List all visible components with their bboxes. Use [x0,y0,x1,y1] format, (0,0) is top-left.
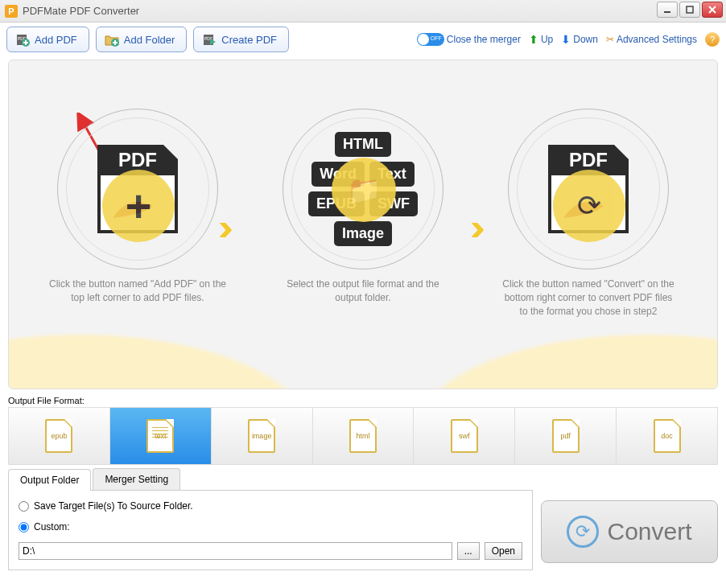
radio-save-to-source[interactable] [19,501,29,512]
format-doc[interactable]: doc [617,408,717,464]
file-icon: pdf [552,419,580,453]
path-input[interactable] [19,542,452,560]
step-1: + Click the button named "Add PDF" on th… [41,109,234,305]
close-merger-label: Close the merger [447,34,521,45]
add-pdf-label: Add PDF [35,34,77,46]
format-html[interactable]: html [313,408,415,464]
create-pdf-label: Create PDF [221,34,277,46]
browse-button[interactable]: ... [457,542,480,560]
file-icon: doc [654,419,681,453]
step-2: HTML Word Text EPUB SWF Image 📁 Select t… [266,109,460,305]
gear-icon: ✂ [606,34,614,45]
format-swf[interactable]: swf [414,408,515,464]
toolbar: PDF Add PDF Add Folder PDF Create PDF Cl… [0,23,726,56]
toggle-off-icon [417,33,444,46]
up-label: Up [541,34,553,45]
convert-button[interactable]: ⟳ Convert [541,500,718,563]
add-pdf-icon: PDF [15,32,30,47]
file-icon: epub [45,419,72,453]
tab-output-folder[interactable]: Output Folder [8,469,91,491]
convert-icon: ⟳ [567,516,599,548]
create-pdf-button[interactable]: PDF Create PDF [193,27,289,52]
fmt-html: HTML [335,132,391,157]
step-1-text: Click the button named "Add PDF" on the … [41,278,234,305]
step-arrow-icon: ›› [218,205,224,249]
titlebar: P PDFMate PDF Converter [0,0,726,23]
close-merger-toggle[interactable]: Close the merger [417,33,521,46]
step-2-text: Select the output file format and the ou… [266,278,460,305]
file-icon: swf [451,419,478,453]
open-button[interactable]: Open [485,542,522,560]
custom-label: Custom: [34,521,70,532]
output-folder-panel: Save Target File(s) To Source Folder. Cu… [8,490,533,570]
format-strip: epubtextimagehtmlswfpdfdoc [8,407,718,465]
folder-disc-icon: 📁 [332,158,396,222]
minimize-button[interactable] [657,2,678,18]
add-pdf-button[interactable]: PDF Add PDF [6,27,89,52]
add-folder-button[interactable]: Add Folder [96,27,188,52]
add-disc-icon: + [102,170,175,242]
refresh-disc-icon: ⟳ [553,170,625,242]
down-label: Down [573,34,598,45]
radio-custom[interactable] [19,522,29,532]
step-3: ⟳ Click the button named "Convert" on th… [492,109,685,318]
svg-rect-1 [687,6,693,13]
arrow-down-icon: ⬇ [561,33,571,46]
up-button[interactable]: ⬆ Up [529,33,553,46]
app-title: PDFMate PDF Converter [23,5,139,17]
format-epub[interactable]: epub [9,408,110,464]
guide-area: + Click the button named "Add PDF" on th… [8,60,718,389]
file-icon: image [248,419,275,453]
convert-label: Convert [607,518,691,545]
format-image[interactable]: image [212,408,313,464]
arrow-up-icon: ⬆ [529,33,538,46]
step-arrow-icon: ›› [470,205,476,249]
file-icon: text [146,419,174,453]
format-text[interactable]: text [110,408,212,464]
close-button[interactable] [702,2,723,18]
tab-merger-setting[interactable]: Merger Setting [93,468,180,490]
advanced-label: Advanced Settings [617,34,697,45]
app-logo-icon: P [5,5,18,18]
add-folder-label: Add Folder [124,34,175,46]
maximize-button[interactable] [679,2,700,18]
add-folder-icon [105,32,119,47]
save-to-source-label: Save Target File(s) To Source Folder. [34,500,193,512]
down-button[interactable]: ⬇ Down [561,33,598,46]
step-3-text: Click the button named "Convert" on the … [492,278,685,318]
output-format-label: Output File Format: [0,394,726,405]
fmt-image: Image [334,221,392,246]
format-pdf2in1[interactable]: pdf [515,408,617,464]
advanced-settings-button[interactable]: ✂ Advanced Settings [606,34,697,45]
file-icon: html [349,419,377,453]
help-button[interactable]: ? [705,32,720,47]
create-pdf-icon: PDF [202,32,217,47]
